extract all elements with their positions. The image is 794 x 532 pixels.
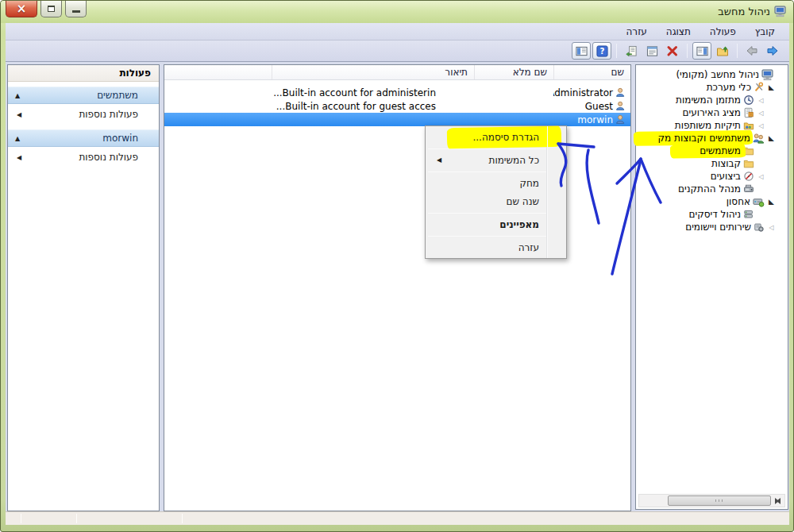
tree-item-label: מנהל ההתקנים	[678, 183, 741, 195]
context-menu-item-0[interactable]: הגדרת סיסמה...	[426, 128, 566, 146]
action-pane-toggle-button[interactable]	[572, 42, 591, 60]
context-menu-item-2[interactable]: כל המשימות◀	[426, 151, 566, 169]
task-scheduler-icon	[743, 94, 754, 106]
folder-icon	[743, 158, 754, 169]
menubar-item-1[interactable]: פעולה	[700, 25, 746, 39]
collapsed-expander-icon[interactable]: ◁	[757, 109, 765, 118]
column-header-2[interactable]: תיאור	[272, 65, 474, 79]
export-list-button[interactable]	[622, 42, 641, 60]
statusbar-divider	[182, 514, 183, 523]
services-icon	[754, 222, 765, 233]
column-header-0[interactable]: שם	[553, 65, 630, 79]
tree-item-8[interactable]: ◁ביצועים	[636, 170, 788, 183]
expanded-expander-icon[interactable]: ◣	[767, 134, 776, 143]
action-pane-toggle-icon	[576, 45, 588, 57]
list-row-morwin[interactable]: morwin	[164, 113, 630, 126]
collapsed-expander-icon[interactable]: ◁	[757, 121, 765, 130]
back-button[interactable]	[763, 42, 782, 60]
statusbar-divider	[21, 514, 21, 523]
scrollbar-thumb[interactable]	[668, 495, 771, 506]
actions-item-label: פעולות נוספות	[79, 109, 138, 120]
tree-item-1[interactable]: ◣כלי מערכת	[636, 81, 788, 94]
event-viewer-icon: !	[743, 107, 754, 118]
toolbar-separator	[737, 44, 738, 58]
scroll-right-icon[interactable]	[770, 495, 783, 507]
tree-item-label: מתזמן המשימות	[676, 94, 741, 106]
client-area: ניהול מחשב (מקומי)◣כלי מערכת◁מתזמן המשימ…	[6, 62, 789, 511]
toolbar-separator	[616, 44, 617, 58]
maximize-button[interactable]	[40, 1, 62, 17]
tree-item-12[interactable]: ◁שירותים ויישומים	[636, 221, 788, 233]
tree-item-4[interactable]: ◁תיקיות משותפות	[636, 119, 788, 132]
console-tree-toggle-icon	[696, 45, 708, 57]
titlebar: ניהול מחשב ×	[1, 1, 793, 23]
menubar-item-2[interactable]: תצוגה	[657, 25, 700, 39]
actions-section-0[interactable]: משתמשים▲	[8, 87, 159, 104]
tree-item-3[interactable]: ◁!מציג האירועים	[636, 106, 788, 119]
tree-item-7[interactable]: קבוצות	[636, 157, 788, 170]
context-menu: הגדרת סיסמה...כל המשימות◀מחקשנה שםמאפיינ…	[425, 125, 567, 259]
properties-button[interactable]	[642, 42, 661, 60]
menu-item-label: מאפיינים	[499, 219, 539, 230]
window-title: ניהול מחשב	[718, 6, 770, 17]
console-tree-panel: ניהול מחשב (מקומי)◣כלי מערכת◁מתזמן המשימ…	[635, 64, 788, 510]
list-row-Administrator[interactable]: Administrator...Built-in account for adm…	[164, 86, 630, 99]
list-row-Guest[interactable]: Guest...Built-in account for guest acces	[164, 99, 630, 113]
cell-name: Administrator	[553, 87, 630, 98]
menu-separator	[428, 172, 546, 172]
submenu-left-icon: ◀	[17, 154, 21, 161]
tree-item-9[interactable]: מנהל ההתקנים	[636, 183, 788, 195]
tree-item-label: ניהול מחשב (מקומי)	[676, 69, 759, 80]
actions-section-label: משתמשים	[97, 90, 138, 101]
collapsed-expander-icon[interactable]: ◁	[757, 172, 765, 181]
help-button[interactable]: ?	[592, 42, 611, 60]
menubar-item-0[interactable]: קובץ	[746, 25, 784, 39]
menu-item-label: הגדרת סיסמה...	[472, 132, 539, 143]
actions-item[interactable]: פעולות נוספות◀	[8, 104, 159, 125]
expanded-expander-icon[interactable]: ◣	[767, 83, 776, 92]
menu-bar: קובץפעולהתצוגהעזרה	[6, 23, 789, 40]
toolbar: ?	[6, 40, 789, 62]
console-tree-toggle-button[interactable]	[692, 42, 711, 60]
tree-item-6[interactable]: משתמשים	[636, 145, 788, 157]
context-menu-item-5[interactable]: שנה שם	[426, 192, 566, 210]
context-menu-item-7[interactable]: מאפיינים	[426, 215, 566, 233]
scrollbar-grip-icon	[715, 499, 723, 502]
device-manager-icon	[743, 183, 754, 195]
actions-section-1[interactable]: morwin▲	[8, 129, 159, 147]
tree-item-10[interactable]: ◣אחסון	[636, 195, 788, 208]
actions-item[interactable]: פעולות נוספות◀	[8, 147, 159, 168]
tree-item-5[interactable]: ◣משתמשים וקבוצות מק	[636, 132, 788, 145]
forward-icon	[746, 44, 758, 57]
menubar-item-3[interactable]: עזרה	[617, 25, 657, 39]
minimize-button[interactable]	[65, 1, 87, 17]
collapsed-expander-icon[interactable]: ◁	[757, 96, 765, 105]
tree-horizontal-scrollbar[interactable]	[638, 494, 785, 507]
svg-text:!: !	[750, 113, 752, 117]
user-icon	[615, 87, 626, 98]
tree-item-11[interactable]: ניהול דיסקים	[636, 208, 788, 221]
tree-item-0[interactable]: ניהול מחשב (מקומי)	[636, 68, 788, 81]
shared-folders-icon	[743, 120, 754, 131]
tree-item-label: שירותים ויישומים	[685, 222, 751, 233]
up-folder-button[interactable]	[713, 42, 732, 60]
collapsed-expander-icon[interactable]: ◁	[767, 223, 776, 232]
column-header-filler	[164, 65, 272, 79]
column-header-1[interactable]: שם מלא	[474, 65, 553, 79]
console-tree: ניהול מחשב (מקומי)◣כלי מערכת◁מתזמן המשימ…	[636, 65, 788, 233]
close-button[interactable]: ×	[6, 1, 37, 17]
delete-button[interactable]	[663, 42, 682, 60]
computer-management-window: ניהול מחשב × קובץפעולהתצוגהעזרה ? ניהול …	[0, 0, 794, 532]
expanded-expander-icon[interactable]: ◣	[767, 198, 776, 206]
tree-item-label: ניהול דיסקים	[689, 209, 741, 220]
forward-button[interactable]	[742, 42, 761, 60]
tree-item-label: משתמשים וקבוצות מק	[658, 133, 750, 144]
users-groups-icon	[753, 133, 765, 145]
context-menu-item-9[interactable]: עזרה	[426, 238, 566, 256]
menu-item-label: שנה שם	[507, 196, 539, 207]
context-menu-item-4[interactable]: מחק	[426, 174, 566, 192]
scroll-left-arrow[interactable]	[641, 495, 653, 507]
delete-icon	[666, 44, 679, 57]
tree-item-2[interactable]: ◁מתזמן המשימות	[636, 94, 788, 106]
menu-separator	[428, 213, 546, 214]
